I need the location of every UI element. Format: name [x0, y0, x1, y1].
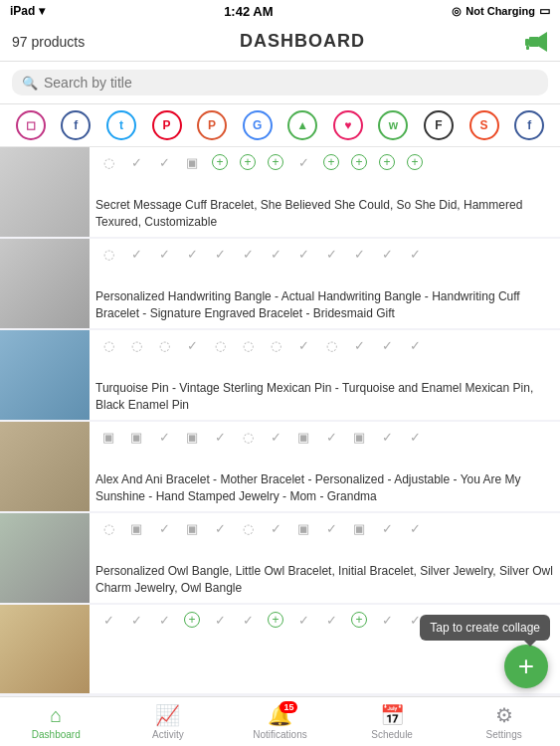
status-icon-check[interactable]: ✓: [235, 609, 261, 631]
status-icon-check[interactable]: ✓: [95, 609, 121, 631]
tab-settings[interactable]: ⚙Settings: [448, 697, 560, 746]
svg-rect-0: [529, 37, 539, 47]
status-icon-check[interactable]: ✓: [318, 243, 344, 265]
status-icon-check[interactable]: ✓: [235, 243, 261, 265]
status-icon-check[interactable]: ✓: [207, 517, 233, 539]
svg-marker-1: [539, 32, 547, 52]
status-icon-check[interactable]: ✓: [402, 334, 428, 356]
status-icon-check[interactable]: ✓: [290, 151, 316, 173]
status-icon-calendar[interactable]: ▣: [290, 517, 316, 539]
status-icon-clock[interactable]: ◌: [235, 426, 261, 448]
status-icon-check[interactable]: ✓: [374, 609, 400, 631]
status-icon-clock[interactable]: ◌: [207, 334, 233, 356]
status-icon-check[interactable]: ✓: [179, 243, 205, 265]
status-icon-check[interactable]: ✓: [346, 243, 372, 265]
status-time: 1:42 AM: [224, 4, 273, 19]
status-icon-check[interactable]: ✓: [207, 243, 233, 265]
status-icon-plus-green[interactable]: +: [346, 609, 372, 631]
status-icon-check[interactable]: ✓: [207, 426, 233, 448]
status-icon-check[interactable]: ✓: [290, 243, 316, 265]
status-icon-calendar[interactable]: ▣: [346, 517, 372, 539]
status-icon-clock[interactable]: ◌: [263, 334, 288, 356]
status-icon-calendar[interactable]: ▣: [179, 151, 205, 173]
status-icon-plus-green[interactable]: +: [235, 151, 261, 173]
status-icon-check[interactable]: ✓: [318, 517, 344, 539]
status-icon-check[interactable]: ✓: [290, 609, 316, 631]
social-icon-instagram[interactable]: ◻: [16, 110, 46, 140]
status-icon-check[interactable]: ✓: [346, 334, 372, 356]
status-icon-clock[interactable]: ◌: [235, 334, 261, 356]
status-icon-clock[interactable]: ◌: [95, 334, 121, 356]
tab-icon-settings: ⚙: [495, 703, 513, 727]
status-icon-plus-green[interactable]: +: [346, 151, 372, 173]
status-icon-check[interactable]: ✓: [151, 151, 177, 173]
status-icon-clock[interactable]: ◌: [95, 151, 121, 173]
status-icon-plus-green[interactable]: +: [207, 151, 233, 173]
search-input[interactable]: [44, 75, 538, 91]
social-icon-google[interactable]: G: [243, 110, 273, 140]
status-icon-check[interactable]: ✓: [151, 609, 177, 631]
status-icon-check[interactable]: ✓: [123, 151, 149, 173]
status-icon-clock[interactable]: ◌: [123, 334, 149, 356]
search-bar: 🔍: [0, 62, 560, 104]
status-icon-check[interactable]: ✓: [151, 517, 177, 539]
status-icon-check[interactable]: ✓: [179, 334, 205, 356]
status-icon-check[interactable]: ✓: [151, 426, 177, 448]
status-icon-check[interactable]: ✓: [263, 243, 288, 265]
tab-activity[interactable]: 📈Activity: [112, 697, 225, 746]
tab-icon-activity: 📈: [155, 703, 180, 727]
status-icon-plus-green[interactable]: +: [263, 151, 288, 173]
status-icon-calendar[interactable]: ▣: [290, 426, 316, 448]
page-title: DASHBOARD: [240, 31, 365, 52]
search-input-wrap[interactable]: 🔍: [12, 70, 548, 95]
create-collage-button[interactable]: +: [504, 645, 548, 688]
status-icon-check[interactable]: ✓: [402, 517, 428, 539]
status-icon-check[interactable]: ✓: [374, 243, 400, 265]
status-icon-clock[interactable]: ◌: [95, 243, 121, 265]
product-list: ◌✓✓▣+++✓++++Secret Message Cuff Bracelet…: [0, 147, 560, 693]
status-icon-check[interactable]: ✓: [263, 426, 288, 448]
status-icon-check[interactable]: ✓: [151, 243, 177, 265]
social-icon-bookmark[interactable]: ▲: [287, 110, 317, 140]
status-icon-calendar[interactable]: ▣: [179, 426, 205, 448]
social-icon-stumble[interactable]: S: [469, 110, 499, 140]
status-icon-calendar[interactable]: ▣: [123, 517, 149, 539]
social-icon-twitter[interactable]: t: [106, 110, 136, 140]
status-icon-check[interactable]: ✓: [263, 517, 288, 539]
status-icon-check[interactable]: ✓: [374, 334, 400, 356]
status-icon-check[interactable]: ✓: [402, 426, 428, 448]
status-icon-plus-green[interactable]: +: [263, 609, 288, 631]
social-icon-product-hunt[interactable]: P: [197, 110, 227, 140]
status-icon-check[interactable]: ✓: [318, 426, 344, 448]
status-icon-calendar[interactable]: ▣: [346, 426, 372, 448]
tab-schedule[interactable]: 📅Schedule: [336, 697, 449, 746]
status-icon-check[interactable]: ✓: [290, 334, 316, 356]
status-icon-clock[interactable]: ◌: [151, 334, 177, 356]
status-icon-calendar[interactable]: ▣: [179, 517, 205, 539]
status-icon-check[interactable]: ✓: [318, 609, 344, 631]
status-icon-calendar[interactable]: ▣: [95, 426, 121, 448]
status-icon-plus-green[interactable]: +: [402, 151, 428, 173]
social-icon-fancy[interactable]: F: [424, 110, 454, 140]
status-icon-plus-green[interactable]: +: [318, 151, 344, 173]
status-icon-check[interactable]: ✓: [374, 426, 400, 448]
megaphone-icon[interactable]: [520, 31, 548, 53]
social-icon-heart[interactable]: ♥: [333, 110, 363, 140]
tab-notifications[interactable]: 🔔15Notifications: [224, 697, 336, 746]
status-icon-check[interactable]: ✓: [374, 517, 400, 539]
social-icon-pinterest[interactable]: P: [152, 110, 182, 140]
status-icon-check[interactable]: ✓: [123, 609, 149, 631]
status-icon-plus-green[interactable]: +: [179, 609, 205, 631]
social-icon-facebook[interactable]: f: [61, 110, 91, 140]
tab-dashboard[interactable]: ⌂Dashboard: [0, 697, 112, 746]
status-icon-calendar[interactable]: ▣: [123, 426, 149, 448]
status-icon-plus-green[interactable]: +: [374, 151, 400, 173]
status-icon-clock[interactable]: ◌: [318, 334, 344, 356]
status-icon-check[interactable]: ✓: [402, 243, 428, 265]
status-icon-check[interactable]: ✓: [207, 609, 233, 631]
social-icon-fb2[interactable]: f: [514, 110, 544, 140]
status-icon-clock[interactable]: ◌: [235, 517, 261, 539]
social-icon-wanelo[interactable]: w: [378, 110, 408, 140]
status-icon-check[interactable]: ✓: [123, 243, 149, 265]
status-icon-clock[interactable]: ◌: [95, 517, 121, 539]
